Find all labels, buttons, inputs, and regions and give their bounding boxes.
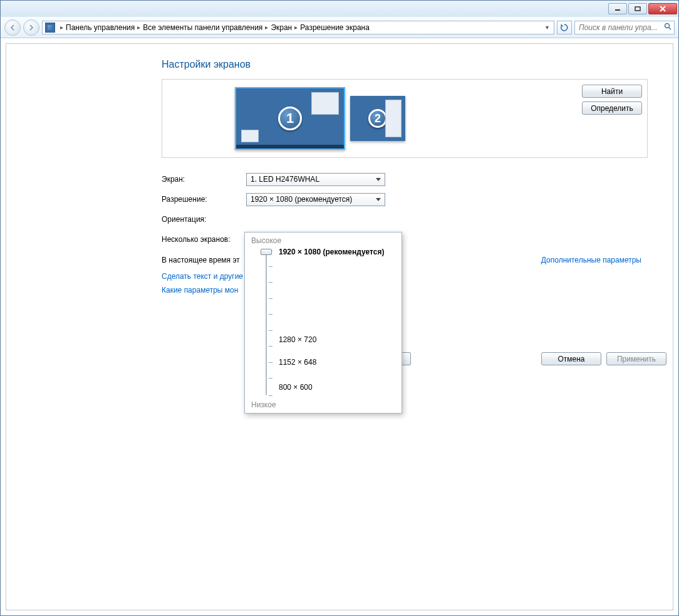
svg-rect-1 — [635, 7, 640, 11]
back-button[interactable] — [4, 19, 21, 36]
content-box: Настройки экранов 1 2 — [6, 43, 673, 610]
slider-thumb[interactable] — [261, 249, 272, 255]
refresh-button[interactable] — [557, 21, 572, 34]
forward-button[interactable] — [23, 19, 39, 36]
detect-button[interactable]: Найти — [582, 85, 642, 98]
window-frame: ▸ Панель управления▸ Все элементы панели… — [0, 0, 679, 616]
breadcrumb-sep-icon: ▸ — [137, 24, 140, 31]
monitor-number-label: 1 — [278, 107, 302, 130]
monitor-number-label: 2 — [368, 109, 387, 128]
monitor-preview: 1 2 Найти Определить — [162, 79, 648, 158]
close-button[interactable] — [648, 3, 677, 14]
address-dropdown-icon[interactable]: ▾ — [543, 24, 551, 31]
svg-rect-0 — [615, 9, 620, 11]
title-bar — [1, 1, 678, 17]
breadcrumb-sep-icon: ▸ — [294, 24, 298, 31]
text-size-link[interactable]: Сделать текст и другие — [162, 272, 243, 281]
search-input[interactable] — [578, 23, 661, 33]
chevron-down-icon — [376, 198, 381, 201]
resolution-slider-popup: Высокое Низкое 1920 × 1080 (рекоме — [244, 232, 402, 414]
breadcrumb-item-1[interactable]: Все элементы панели управления — [143, 23, 262, 32]
breadcrumb-item-0[interactable]: Панель управления — [66, 23, 135, 32]
nav-bar: ▸ Панель управления▸ Все элементы панели… — [1, 17, 678, 38]
minimize-button[interactable] — [608, 3, 627, 14]
svg-point-2 — [665, 24, 670, 28]
resolution-option-1280[interactable]: 1280 × 720 — [279, 335, 316, 344]
resolution-combobox[interactable]: 1920 × 1080 (рекомендуется) — [246, 193, 385, 206]
search-box[interactable] — [574, 21, 675, 34]
screen-combobox[interactable]: 1. LED H2476WHAL — [246, 173, 385, 186]
page-title: Настройки экранов — [162, 59, 648, 70]
content-frame: Настройки экранов 1 2 — [1, 38, 678, 615]
monitor-display-1[interactable]: 1 — [235, 87, 345, 150]
apply-button[interactable]: Применить — [606, 352, 666, 365]
info-text: В настоящее время эт — [162, 256, 240, 264]
advanced-settings-link[interactable]: Дополнительные параметры — [541, 256, 641, 264]
monitor-display-2[interactable]: 2 — [350, 96, 405, 141]
slider-label-high: Высокое — [251, 236, 281, 245]
control-panel-icon — [45, 23, 55, 33]
chevron-down-icon — [376, 178, 381, 181]
cancel-button[interactable]: Отмена — [541, 352, 601, 365]
resolution-option-current[interactable]: 1920 × 1080 (рекомендуется) — [279, 248, 384, 256]
breadcrumb-item-2[interactable]: Экран — [271, 23, 292, 32]
resolution-combobox-value: 1920 × 1080 (рекомендуется) — [251, 195, 352, 204]
address-bar[interactable]: ▸ Панель управления▸ Все элементы панели… — [42, 21, 554, 34]
resolution-option-1152[interactable]: 1152 × 648 — [279, 358, 316, 367]
resolution-option-800[interactable]: 800 × 600 — [279, 383, 313, 392]
breadcrumb-sep-icon: ▸ — [60, 24, 63, 31]
identify-button[interactable]: Определить — [582, 102, 642, 115]
maximize-button[interactable] — [628, 3, 647, 14]
label-multiple-screens: Несколько экранов: — [162, 235, 246, 244]
monitor-params-link[interactable]: Какие параметры мон — [162, 286, 238, 295]
label-screen: Экран: — [162, 175, 246, 184]
resolution-slider[interactable] — [264, 250, 269, 395]
screen-combobox-value: 1. LED H2476WHAL — [251, 175, 319, 184]
slider-label-low: Низкое — [251, 400, 276, 409]
breadcrumb-sep-icon: ▸ — [265, 24, 268, 31]
label-orientation: Ориентация: — [162, 215, 246, 224]
label-resolution: Разрешение: — [162, 195, 246, 204]
search-icon — [664, 23, 671, 32]
breadcrumb-item-3[interactable]: Разрешение экрана — [300, 23, 370, 32]
